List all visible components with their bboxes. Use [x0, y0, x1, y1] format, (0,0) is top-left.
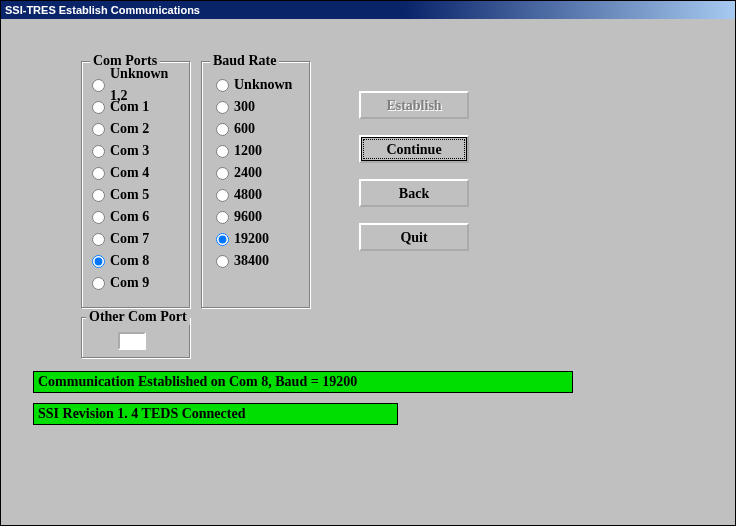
baud-rate-radio[interactable] — [216, 211, 229, 224]
group-baud-rate-legend: Baud Rate — [210, 53, 279, 69]
baud-rate-label: 300 — [234, 96, 294, 118]
app-window: SSI-TRES Establish Communications Com Po… — [0, 0, 736, 526]
com-port-label: Com 6 — [110, 206, 149, 228]
com-port-label: Com 5 — [110, 184, 149, 206]
group-other-com-port-legend: Other Com Port — [86, 309, 190, 325]
baud-rate-radio[interactable] — [216, 79, 229, 92]
group-com-ports: Com Ports Unknown 1,2Com 1Com 2Com 3Com … — [81, 61, 191, 309]
com-port-radio[interactable] — [92, 211, 105, 224]
status-line-2: SSI Revision 1. 4 TEDS Connected — [33, 403, 398, 425]
com-port-option[interactable]: Com 8 — [92, 250, 184, 272]
other-com-port-input[interactable] — [118, 332, 146, 350]
com-port-radio[interactable] — [92, 233, 105, 246]
baud-rate-radio[interactable] — [216, 233, 229, 246]
com-port-option[interactable]: Com 9 — [92, 272, 184, 294]
com-port-radio[interactable] — [92, 277, 105, 290]
baud-rate-radio[interactable] — [216, 101, 229, 114]
com-port-label: Com 2 — [110, 118, 149, 140]
com-port-option[interactable]: Com 6 — [92, 206, 184, 228]
com-port-radio[interactable] — [92, 101, 105, 114]
com-port-radio[interactable] — [92, 123, 105, 136]
baud-rate-label: Unknown — [234, 74, 294, 96]
continue-button[interactable]: Continue — [359, 135, 469, 163]
baud-rate-option[interactable]: 2400 — [216, 162, 304, 184]
window-title: SSI-TRES Establish Communications — [5, 4, 200, 16]
group-baud-rate: Baud Rate Unknown30060012002400480096001… — [201, 61, 311, 309]
baud-rate-label: 19200 — [234, 228, 294, 250]
baud-rate-list: Unknown30060012002400480096001920038400 — [216, 74, 304, 272]
baud-rate-option[interactable]: 9600 — [216, 206, 304, 228]
title-bar: SSI-TRES Establish Communications — [1, 1, 735, 19]
com-port-radio[interactable] — [92, 167, 105, 180]
com-port-radio[interactable] — [92, 189, 105, 202]
status-line-1: Communication Established on Com 8, Baud… — [33, 371, 573, 393]
quit-button[interactable]: Quit — [359, 223, 469, 251]
com-ports-list: Unknown 1,2Com 1Com 2Com 3Com 4Com 5Com … — [92, 74, 184, 294]
com-port-option[interactable]: Com 7 — [92, 228, 184, 250]
com-port-option[interactable]: Com 2 — [92, 118, 184, 140]
com-port-label: Com 1 — [110, 96, 149, 118]
com-port-radio[interactable] — [92, 145, 105, 158]
baud-rate-label: 38400 — [234, 250, 294, 272]
establish-button[interactable]: Establish — [359, 91, 469, 119]
baud-rate-label: 9600 — [234, 206, 294, 228]
com-port-label: Com 9 — [110, 272, 149, 294]
baud-rate-option[interactable]: 300 — [216, 96, 304, 118]
com-port-label: Com 4 — [110, 162, 149, 184]
baud-rate-option[interactable]: 38400 — [216, 250, 304, 272]
com-port-radio[interactable] — [92, 255, 105, 268]
com-port-option[interactable]: Com 5 — [92, 184, 184, 206]
baud-rate-label: 2400 — [234, 162, 294, 184]
com-port-option[interactable]: Com 3 — [92, 140, 184, 162]
baud-rate-radio[interactable] — [216, 167, 229, 180]
com-port-label: Com 8 — [110, 250, 149, 272]
client-area: Com Ports Unknown 1,2Com 1Com 2Com 3Com … — [1, 19, 735, 525]
group-other-com-port: Other Com Port — [81, 317, 191, 359]
baud-rate-label: 1200 — [234, 140, 294, 162]
baud-rate-radio[interactable] — [216, 145, 229, 158]
baud-rate-option[interactable]: 1200 — [216, 140, 304, 162]
com-port-option[interactable]: Com 4 — [92, 162, 184, 184]
baud-rate-radio[interactable] — [216, 189, 229, 202]
baud-rate-option[interactable]: Unknown — [216, 74, 304, 96]
baud-rate-option[interactable]: 4800 — [216, 184, 304, 206]
baud-rate-option[interactable]: 19200 — [216, 228, 304, 250]
baud-rate-label: 600 — [234, 118, 294, 140]
baud-rate-radio[interactable] — [216, 255, 229, 268]
com-port-option[interactable]: Unknown 1,2 — [92, 74, 184, 96]
baud-rate-option[interactable]: 600 — [216, 118, 304, 140]
com-port-radio[interactable] — [92, 79, 105, 92]
baud-rate-label: 4800 — [234, 184, 294, 206]
com-port-label: Com 7 — [110, 228, 149, 250]
back-button[interactable]: Back — [359, 179, 469, 207]
com-port-label: Com 3 — [110, 140, 149, 162]
baud-rate-radio[interactable] — [216, 123, 229, 136]
